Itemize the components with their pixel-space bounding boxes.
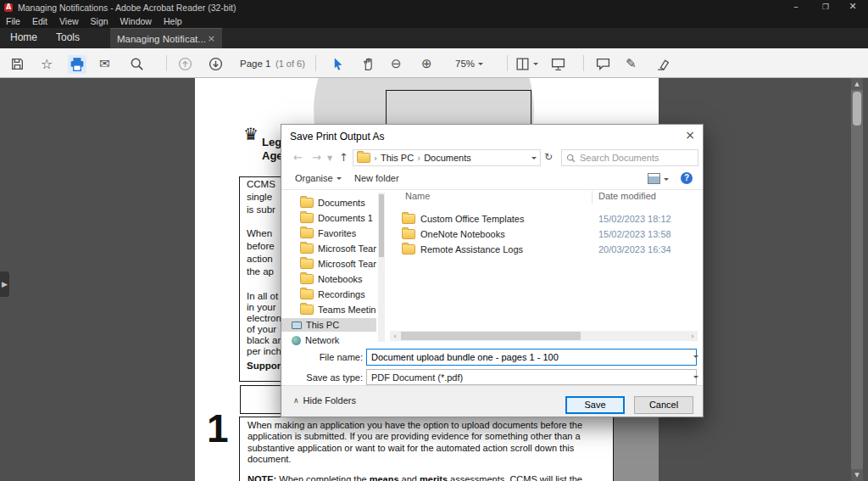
- file-row-remote-assistance-logs[interactable]: Remote Assistance Logs 20/03/2023 16:34: [390, 242, 698, 256]
- tree-item-label: Favorites: [318, 228, 356, 238]
- menu-view[interactable]: View: [59, 16, 79, 26]
- organise-button[interactable]: Organise: [295, 173, 342, 183]
- vertical-scrollbar[interactable]: ▲ ▼: [851, 78, 863, 481]
- tree-item-microsoft-teams[interactable]: Microsoft Teams: [281, 242, 376, 255]
- search-icon: [566, 154, 576, 163]
- save-type-dropdown-icon[interactable]: [693, 376, 698, 381]
- email-icon[interactable]: ✉: [99, 55, 110, 72]
- section-number: 1: [207, 405, 229, 451]
- file-row-custom-office-templates[interactable]: Custom Office Templates 15/02/2023 18:12: [390, 211, 698, 226]
- menu-window[interactable]: Window: [120, 16, 152, 26]
- scrollbar-thumb[interactable]: [379, 194, 384, 257]
- tree-item-favorites[interactable]: Favorites: [281, 227, 376, 240]
- tree-item-this-pc[interactable]: This PC: [281, 318, 376, 332]
- page-line: When: [247, 228, 272, 238]
- breadcrumb-this-pc[interactable]: This PC: [381, 153, 414, 163]
- file-name: Remote Assistance Logs: [420, 244, 523, 254]
- tree-item-teams-meeting[interactable]: Teams Meeting F: [281, 303, 376, 316]
- forward-icon[interactable]: →: [312, 151, 321, 164]
- tree-item-label: Microsoft Teams: [318, 259, 376, 269]
- menu-sign[interactable]: Sign: [91, 16, 108, 26]
- page-line: In all ot: [247, 291, 278, 301]
- dialog-title: Save Print Output As: [290, 131, 384, 143]
- scroll-up-icon[interactable]: ▲: [851, 78, 863, 90]
- tab-tools[interactable]: Tools: [56, 31, 80, 43]
- help-icon[interactable]: ?: [681, 172, 693, 184]
- tab-home[interactable]: Home: [10, 31, 37, 43]
- chevron-down-icon: [664, 178, 669, 183]
- back-icon[interactable]: ←: [293, 151, 303, 164]
- up-icon[interactable]: ↑: [339, 151, 348, 164]
- folder-icon: [402, 214, 415, 224]
- comment-icon[interactable]: [596, 55, 610, 72]
- print-icon[interactable]: [68, 55, 86, 74]
- scroll-right-icon[interactable]: ›: [687, 331, 698, 341]
- search-zoom-icon[interactable]: [130, 55, 144, 72]
- tree-item-documents[interactable]: Documents: [281, 196, 376, 210]
- previous-page-icon[interactable]: [178, 55, 192, 72]
- menu-file[interactable]: File: [6, 16, 20, 26]
- menu-edit[interactable]: Edit: [32, 16, 47, 26]
- tree-item-network[interactable]: Network: [281, 333, 376, 347]
- hand-tool-icon[interactable]: [361, 55, 376, 72]
- menu-help[interactable]: Help: [164, 16, 182, 26]
- scroll-down-icon[interactable]: ▼: [851, 469, 863, 481]
- tab-document[interactable]: Managing Notificat... ×: [110, 28, 222, 48]
- page-display-dropdown[interactable]: [515, 55, 538, 72]
- folder-icon: [300, 228, 314, 238]
- column-header-date-modified[interactable]: Date modified: [598, 191, 656, 206]
- minimize-button[interactable]: –: [783, 0, 809, 14]
- search-box[interactable]: Search Documents: [561, 149, 698, 166]
- zoom-out-icon[interactable]: ⊖: [391, 55, 402, 72]
- tree-scrollbar[interactable]: [378, 193, 385, 342]
- breadcrumb-documents[interactable]: Documents: [424, 153, 471, 163]
- column-header-name[interactable]: Name: [405, 191, 430, 206]
- file-name-dropdown-icon[interactable]: [693, 355, 698, 361]
- save-button[interactable]: Save: [565, 396, 625, 414]
- cancel-button[interactable]: Cancel: [634, 396, 693, 414]
- breadcrumb-chevron-icon: ›: [417, 154, 420, 163]
- view-mode-button[interactable]: [648, 173, 669, 184]
- file-row-onenote-notebooks[interactable]: OneNote Notebooks 15/02/2023 13:58: [390, 227, 698, 241]
- tree-item-documents-1[interactable]: Documents 1: [281, 211, 376, 225]
- horizontal-scrollbar[interactable]: ‹ ›: [390, 331, 698, 341]
- page-paragraph-box: When making an application you have the …: [239, 417, 614, 481]
- folder-icon: [300, 305, 314, 315]
- zoom-in-icon[interactable]: ⊕: [421, 55, 432, 72]
- dialog-close-icon[interactable]: ×: [685, 128, 695, 142]
- save-type-select[interactable]: PDF Document (*.pdf): [366, 369, 697, 385]
- address-dropdown-icon[interactable]: [531, 157, 537, 162]
- file-name-input[interactable]: [366, 349, 697, 366]
- nav-history-chevron-icon[interactable]: ▼: [327, 154, 332, 162]
- tree-item-notebooks[interactable]: Notebooks: [281, 272, 376, 286]
- presentation-mode-icon[interactable]: [551, 55, 565, 72]
- dialog-nav-row: ← → ▼ ↑ › This PC › Documents ↻ Search D…: [281, 147, 703, 169]
- scrollbar-thumb[interactable]: [853, 92, 861, 126]
- new-folder-button[interactable]: New folder: [354, 173, 399, 183]
- eraser-icon[interactable]: [655, 55, 670, 72]
- file-name: OneNote Notebooks: [420, 229, 505, 239]
- refresh-icon[interactable]: ↻: [544, 151, 553, 163]
- select-tool-icon[interactable]: [331, 55, 345, 72]
- tree-item-label: Teams Meeting F: [318, 305, 376, 315]
- tab-close-icon[interactable]: ×: [208, 33, 215, 44]
- acrobat-window: A Managing Notifications - Adobe Acrobat…: [0, 0, 868, 481]
- scroll-left-icon[interactable]: ‹: [390, 331, 400, 341]
- address-bar[interactable]: › This PC › Documents: [353, 149, 541, 166]
- highlight-pen-icon[interactable]: ✎: [626, 55, 637, 72]
- favorites-star-icon[interactable]: ☆: [41, 55, 53, 72]
- folder-icon: [300, 274, 314, 284]
- next-page-icon[interactable]: [209, 55, 223, 72]
- tree-item-microsoft-teams-2[interactable]: Microsoft Teams: [281, 257, 376, 271]
- note-bold: means: [370, 474, 399, 481]
- zoom-level-dropdown[interactable]: 75%: [455, 55, 483, 72]
- tree-item-recordings[interactable]: Recordings: [281, 288, 376, 301]
- hide-folders-button[interactable]: ∧ Hide Folders: [293, 395, 356, 405]
- side-panel-expand-handle[interactable]: ▶: [0, 271, 9, 297]
- restore-button[interactable]: ❐: [813, 0, 838, 14]
- dialog-command-bar: Organise New folder ?: [281, 169, 703, 190]
- close-button[interactable]: ✕: [840, 0, 865, 14]
- scrollbar-thumb[interactable]: [401, 332, 581, 340]
- page-number-field[interactable]: Page 1: [240, 55, 270, 72]
- save-icon[interactable]: [10, 55, 25, 72]
